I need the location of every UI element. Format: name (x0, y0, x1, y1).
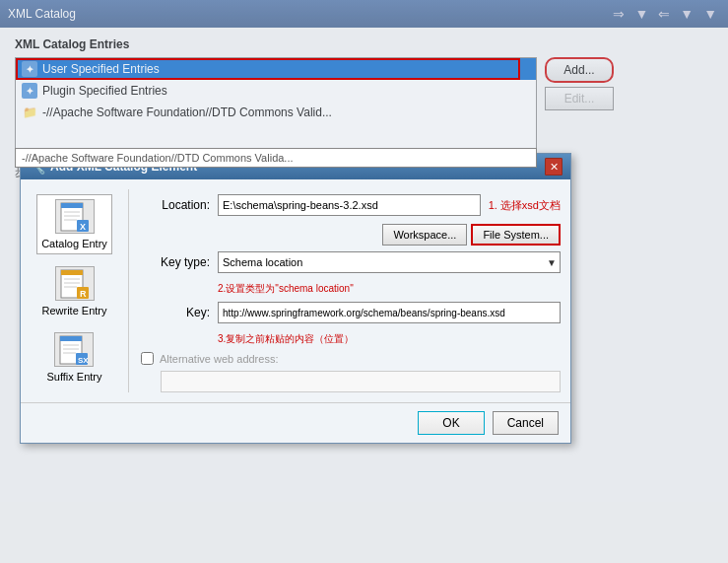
key-input[interactable] (218, 302, 561, 323)
rewrite-entry-icon: R (55, 266, 95, 301)
suffix-entry-type[interactable]: SX Suffix Entry (42, 328, 105, 387)
suffix-entry-icon: SX (54, 332, 94, 367)
cancel-button[interactable]: Cancel (493, 411, 559, 435)
annotation-3: 3.复制之前粘贴的内容（位置） (218, 333, 354, 344)
dialog-overlay: 🔧 Add XML Catalog Element ✕ (0, 0, 728, 563)
annotation-1: 1. 选择xsd文档 (489, 198, 561, 213)
alt-checkbox-row: Alternative web address: (141, 352, 561, 365)
alt-checkbox[interactable] (141, 352, 154, 365)
entry-types-panel: X Catalog Entry (31, 189, 129, 392)
filesys-button[interactable]: File System... (471, 224, 561, 246)
dialog-footer: OK Cancel (21, 402, 570, 443)
rewrite-entry-label: Rewrite Entry (41, 305, 106, 317)
key-type-label: Key type: (141, 255, 210, 269)
form-panel: Location: 1. 选择xsd文档 Workspace... File S… (129, 189, 561, 392)
workspace-filesys-row: Workspace... File System... (141, 224, 561, 246)
workspace-button[interactable]: Workspace... (382, 224, 467, 246)
svg-rect-8 (61, 270, 83, 275)
annotation-2-line: 2.设置类型为"schema location" (218, 283, 354, 294)
alt-address-input[interactable] (161, 371, 561, 392)
key-row: Key: (141, 302, 561, 323)
location-row: Location: 1. 选择xsd文档 (141, 194, 561, 216)
rewrite-entry-type[interactable]: R Rewrite Entry (37, 262, 110, 320)
svg-text:SX: SX (78, 356, 89, 365)
svg-text:X: X (80, 222, 86, 232)
catalog-entry-icon: X (55, 199, 95, 234)
location-label: Location: (141, 198, 210, 212)
svg-text:R: R (80, 289, 87, 299)
add-xml-catalog-dialog: 🔧 Add XML Catalog Element ✕ (20, 153, 571, 444)
main-window: XML Catalog ⇒ ▼ ⇐ ▼ ▼ XML Catalog Entrie… (0, 0, 728, 563)
catalog-peek-strip: -//Apache Software Foundation//DTD Commo… (15, 148, 537, 168)
alt-checkbox-label: Alternative web address: (160, 353, 278, 365)
dialog-close-button[interactable]: ✕ (545, 158, 563, 176)
key-type-row: Key type: Schema location ▼ 2.设置类型为"sche… (141, 251, 561, 273)
ok-button[interactable]: OK (418, 411, 484, 435)
catalog-peek-text: -//Apache Software Foundation//DTD Commo… (22, 152, 294, 164)
key-label: Key: (141, 306, 210, 319)
svg-rect-1 (61, 203, 83, 208)
dialog-body: X Catalog Entry (21, 179, 570, 402)
svg-rect-15 (60, 336, 82, 341)
catalog-entry-type[interactable]: X Catalog Entry (36, 194, 112, 254)
key-type-select-wrapper: Schema location ▼ (218, 251, 561, 273)
suffix-entry-label: Suffix Entry (46, 371, 101, 383)
catalog-entry-label: Catalog Entry (41, 238, 107, 249)
location-input[interactable] (218, 194, 481, 216)
key-type-select[interactable]: Schema location (218, 251, 561, 273)
